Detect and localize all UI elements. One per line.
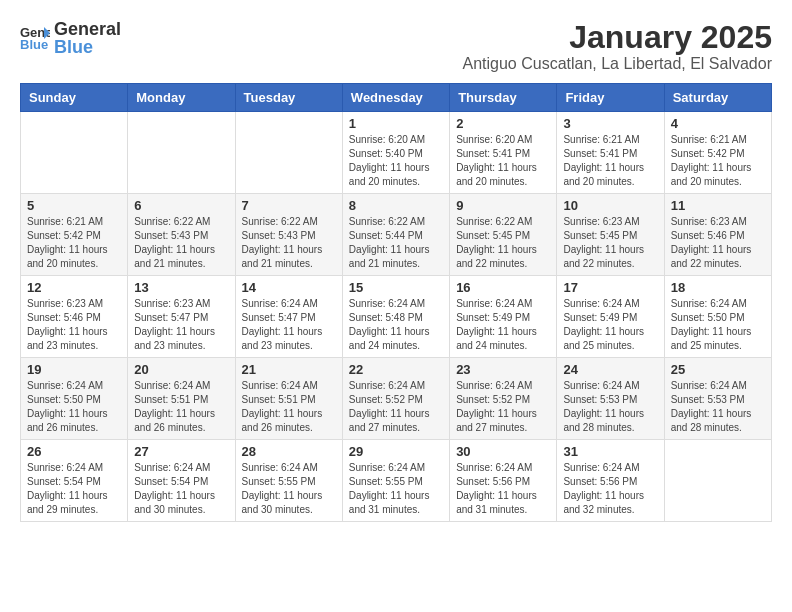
day-info: Sunrise: 6:24 AMSunset: 5:54 PMDaylight:…	[134, 461, 228, 517]
calendar-cell	[21, 112, 128, 194]
calendar-cell: 26Sunrise: 6:24 AMSunset: 5:54 PMDayligh…	[21, 440, 128, 522]
day-number: 25	[671, 362, 765, 377]
day-number: 18	[671, 280, 765, 295]
day-number: 20	[134, 362, 228, 377]
day-number: 31	[563, 444, 657, 459]
svg-text:Blue: Blue	[20, 37, 48, 52]
calendar-cell: 6Sunrise: 6:22 AMSunset: 5:43 PMDaylight…	[128, 194, 235, 276]
day-info: Sunrise: 6:24 AMSunset: 5:49 PMDaylight:…	[456, 297, 550, 353]
day-number: 3	[563, 116, 657, 131]
calendar-week-row: 26Sunrise: 6:24 AMSunset: 5:54 PMDayligh…	[21, 440, 772, 522]
day-number: 30	[456, 444, 550, 459]
day-number: 13	[134, 280, 228, 295]
day-number: 11	[671, 198, 765, 213]
calendar-cell: 13Sunrise: 6:23 AMSunset: 5:47 PMDayligh…	[128, 276, 235, 358]
day-info: Sunrise: 6:23 AMSunset: 5:46 PMDaylight:…	[27, 297, 121, 353]
title-area: January 2025 Antiguo Cuscatlan, La Liber…	[462, 20, 772, 73]
day-number: 26	[27, 444, 121, 459]
month-title: January 2025	[462, 20, 772, 55]
day-number: 16	[456, 280, 550, 295]
calendar-cell	[128, 112, 235, 194]
calendar-cell: 18Sunrise: 6:24 AMSunset: 5:50 PMDayligh…	[664, 276, 771, 358]
calendar-cell: 23Sunrise: 6:24 AMSunset: 5:52 PMDayligh…	[450, 358, 557, 440]
day-number: 4	[671, 116, 765, 131]
day-info: Sunrise: 6:24 AMSunset: 5:56 PMDaylight:…	[456, 461, 550, 517]
calendar-cell: 2Sunrise: 6:20 AMSunset: 5:41 PMDaylight…	[450, 112, 557, 194]
logo: General Blue General Blue	[20, 20, 121, 56]
day-number: 28	[242, 444, 336, 459]
calendar-cell: 12Sunrise: 6:23 AMSunset: 5:46 PMDayligh…	[21, 276, 128, 358]
day-info: Sunrise: 6:22 AMSunset: 5:43 PMDaylight:…	[134, 215, 228, 271]
location-title: Antiguo Cuscatlan, La Libertad, El Salva…	[462, 55, 772, 73]
day-number: 21	[242, 362, 336, 377]
calendar-cell: 28Sunrise: 6:24 AMSunset: 5:55 PMDayligh…	[235, 440, 342, 522]
logo-general: General	[54, 20, 121, 38]
day-number: 15	[349, 280, 443, 295]
weekday-header: Monday	[128, 84, 235, 112]
day-number: 14	[242, 280, 336, 295]
day-info: Sunrise: 6:23 AMSunset: 5:45 PMDaylight:…	[563, 215, 657, 271]
calendar-week-row: 5Sunrise: 6:21 AMSunset: 5:42 PMDaylight…	[21, 194, 772, 276]
weekday-header: Friday	[557, 84, 664, 112]
calendar-cell: 30Sunrise: 6:24 AMSunset: 5:56 PMDayligh…	[450, 440, 557, 522]
day-info: Sunrise: 6:21 AMSunset: 5:41 PMDaylight:…	[563, 133, 657, 189]
calendar-cell: 4Sunrise: 6:21 AMSunset: 5:42 PMDaylight…	[664, 112, 771, 194]
calendar-cell: 3Sunrise: 6:21 AMSunset: 5:41 PMDaylight…	[557, 112, 664, 194]
day-info: Sunrise: 6:24 AMSunset: 5:48 PMDaylight:…	[349, 297, 443, 353]
calendar-cell: 31Sunrise: 6:24 AMSunset: 5:56 PMDayligh…	[557, 440, 664, 522]
day-number: 19	[27, 362, 121, 377]
day-info: Sunrise: 6:24 AMSunset: 5:55 PMDaylight:…	[349, 461, 443, 517]
day-number: 6	[134, 198, 228, 213]
day-number: 7	[242, 198, 336, 213]
weekday-header: Wednesday	[342, 84, 449, 112]
day-info: Sunrise: 6:21 AMSunset: 5:42 PMDaylight:…	[671, 133, 765, 189]
calendar-cell: 14Sunrise: 6:24 AMSunset: 5:47 PMDayligh…	[235, 276, 342, 358]
calendar-cell: 20Sunrise: 6:24 AMSunset: 5:51 PMDayligh…	[128, 358, 235, 440]
day-number: 1	[349, 116, 443, 131]
day-number: 22	[349, 362, 443, 377]
calendar-cell: 19Sunrise: 6:24 AMSunset: 5:50 PMDayligh…	[21, 358, 128, 440]
day-number: 29	[349, 444, 443, 459]
day-number: 9	[456, 198, 550, 213]
day-number: 12	[27, 280, 121, 295]
calendar-cell: 21Sunrise: 6:24 AMSunset: 5:51 PMDayligh…	[235, 358, 342, 440]
day-info: Sunrise: 6:24 AMSunset: 5:53 PMDaylight:…	[563, 379, 657, 435]
logo-blue: Blue	[54, 38, 121, 56]
weekday-header: Tuesday	[235, 84, 342, 112]
day-info: Sunrise: 6:23 AMSunset: 5:47 PMDaylight:…	[134, 297, 228, 353]
calendar-cell	[664, 440, 771, 522]
day-number: 27	[134, 444, 228, 459]
day-number: 23	[456, 362, 550, 377]
day-info: Sunrise: 6:24 AMSunset: 5:54 PMDaylight:…	[27, 461, 121, 517]
day-info: Sunrise: 6:24 AMSunset: 5:49 PMDaylight:…	[563, 297, 657, 353]
weekday-header: Saturday	[664, 84, 771, 112]
day-info: Sunrise: 6:22 AMSunset: 5:44 PMDaylight:…	[349, 215, 443, 271]
day-number: 8	[349, 198, 443, 213]
weekday-header-row: SundayMondayTuesdayWednesdayThursdayFrid…	[21, 84, 772, 112]
calendar-cell: 9Sunrise: 6:22 AMSunset: 5:45 PMDaylight…	[450, 194, 557, 276]
calendar-cell: 25Sunrise: 6:24 AMSunset: 5:53 PMDayligh…	[664, 358, 771, 440]
day-info: Sunrise: 6:24 AMSunset: 5:52 PMDaylight:…	[456, 379, 550, 435]
calendar-cell: 24Sunrise: 6:24 AMSunset: 5:53 PMDayligh…	[557, 358, 664, 440]
day-info: Sunrise: 6:24 AMSunset: 5:47 PMDaylight:…	[242, 297, 336, 353]
day-info: Sunrise: 6:24 AMSunset: 5:51 PMDaylight:…	[242, 379, 336, 435]
day-info: Sunrise: 6:24 AMSunset: 5:55 PMDaylight:…	[242, 461, 336, 517]
calendar-cell: 16Sunrise: 6:24 AMSunset: 5:49 PMDayligh…	[450, 276, 557, 358]
page-header: General Blue General Blue January 2025 A…	[20, 20, 772, 73]
calendar-cell: 22Sunrise: 6:24 AMSunset: 5:52 PMDayligh…	[342, 358, 449, 440]
day-info: Sunrise: 6:23 AMSunset: 5:46 PMDaylight:…	[671, 215, 765, 271]
calendar-cell	[235, 112, 342, 194]
day-info: Sunrise: 6:24 AMSunset: 5:50 PMDaylight:…	[671, 297, 765, 353]
day-info: Sunrise: 6:20 AMSunset: 5:40 PMDaylight:…	[349, 133, 443, 189]
calendar-cell: 1Sunrise: 6:20 AMSunset: 5:40 PMDaylight…	[342, 112, 449, 194]
day-number: 17	[563, 280, 657, 295]
calendar-cell: 5Sunrise: 6:21 AMSunset: 5:42 PMDaylight…	[21, 194, 128, 276]
calendar-cell: 11Sunrise: 6:23 AMSunset: 5:46 PMDayligh…	[664, 194, 771, 276]
day-info: Sunrise: 6:24 AMSunset: 5:51 PMDaylight:…	[134, 379, 228, 435]
day-info: Sunrise: 6:24 AMSunset: 5:50 PMDaylight:…	[27, 379, 121, 435]
calendar-cell: 17Sunrise: 6:24 AMSunset: 5:49 PMDayligh…	[557, 276, 664, 358]
day-info: Sunrise: 6:24 AMSunset: 5:52 PMDaylight:…	[349, 379, 443, 435]
logo-icon: General Blue	[20, 23, 50, 53]
day-info: Sunrise: 6:21 AMSunset: 5:42 PMDaylight:…	[27, 215, 121, 271]
calendar-cell: 29Sunrise: 6:24 AMSunset: 5:55 PMDayligh…	[342, 440, 449, 522]
